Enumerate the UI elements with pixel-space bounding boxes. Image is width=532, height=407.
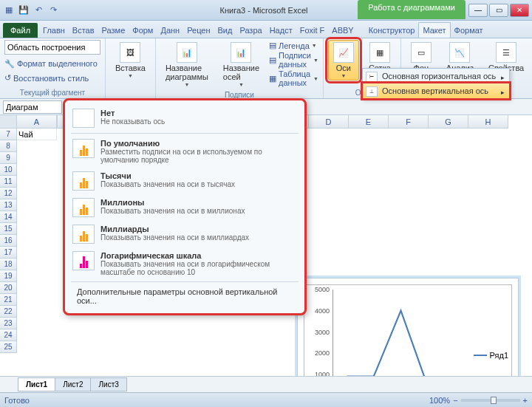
analysis-icon: 📉	[449, 42, 470, 63]
tab-layout[interactable]: Макет	[418, 22, 450, 38]
opt-log[interactable]: Логарифмическая шкалаПоказывать значения…	[65, 247, 304, 280]
col-header[interactable]: A	[17, 115, 57, 129]
file-tab[interactable]: Файл	[3, 23, 38, 38]
h-axis-icon: ⊢	[366, 72, 378, 82]
axis-titles-button[interactable]: 📊Название осей▼	[218, 40, 265, 89]
maximize-button[interactable]: ▭	[489, 4, 508, 17]
tab-review[interactable]: Рецен	[183, 23, 214, 38]
row-header[interactable]: 11	[0, 176, 17, 188]
billions-icon	[72, 225, 95, 244]
select-all-corner[interactable]	[0, 115, 17, 129]
reset-style-button[interactable]: ↺ Восстановить стиль	[4, 73, 100, 83]
row-header[interactable]: 20	[0, 282, 17, 294]
tab-abbyy[interactable]: ABBY	[328, 23, 357, 38]
ribbon-tabs: Файл Главн Встав Разме Форм Данн Рецен В…	[0, 21, 532, 38]
row-header[interactable]: 9	[0, 152, 17, 164]
menu-horizontal-axis[interactable]: ⊢Основная горизонтальная ось▸	[363, 69, 509, 83]
tab-pagelayout[interactable]: Разме	[98, 23, 129, 38]
opt-more-options[interactable]: Дополнительные параметры основной вертик…	[65, 284, 304, 309]
sheet-tab[interactable]: Лист1	[18, 377, 55, 391]
row-header[interactable]: 25	[0, 341, 17, 353]
opt-millions[interactable]: МиллионыПоказывать значения на оси в мил…	[65, 194, 304, 221]
chart-title-icon: 📊	[177, 42, 197, 63]
data-table-button[interactable]: ▦ Таблица данных ▼	[269, 69, 318, 87]
default-icon	[72, 139, 95, 158]
grid-icon: ▦	[369, 42, 390, 63]
tab-home[interactable]: Главн	[39, 23, 69, 38]
close-button[interactable]: ✕	[510, 4, 529, 17]
log-icon	[72, 251, 95, 270]
tab-design[interactable]: Конструктор	[365, 23, 419, 38]
millions-icon	[72, 198, 95, 217]
tab-view[interactable]: Вид	[214, 23, 236, 38]
row-header[interactable]: 23	[0, 318, 17, 329]
v-axis-icon: ⊥	[366, 86, 378, 97]
group-current-fragment: Текущий фрагмент	[4, 89, 100, 97]
row-header[interactable]: 21	[0, 294, 17, 306]
tab-format[interactable]: Формат	[451, 23, 487, 38]
minimize-button[interactable]: —	[468, 4, 488, 17]
opt-none[interactable]: НетНе показывать ось	[65, 105, 304, 131]
row-header[interactable]: 15	[0, 223, 17, 235]
col-header[interactable]: G	[429, 115, 468, 129]
name-box[interactable]: Диаграм	[3, 100, 62, 114]
tab-insert[interactable]: Встав	[69, 23, 98, 38]
legend-button[interactable]: ▤ Легенда ▼	[269, 41, 318, 50]
undo-icon[interactable]: ↶	[33, 4, 44, 16]
row-header[interactable]: 16	[0, 235, 17, 247]
axes-button[interactable]: 📈Оси▼	[328, 40, 359, 81]
row-header[interactable]: 7	[0, 129, 17, 140]
thousands-icon	[72, 171, 95, 191]
data-labels-button[interactable]: ▤ Подписи данных ▼	[269, 51, 318, 69]
row-header[interactable]: 14	[0, 211, 17, 223]
save-icon[interactable]: 💾	[18, 4, 30, 16]
tab-foxit[interactable]: Foxit F	[296, 23, 329, 38]
row-header[interactable]: 19	[0, 270, 17, 282]
row-header[interactable]: 8	[0, 140, 17, 152]
zoom-out-button[interactable]: −	[453, 396, 457, 405]
sheet-tabs: Лист1 Лист2 Лист3	[0, 376, 532, 392]
redo-icon[interactable]: ↷	[47, 4, 59, 16]
legend-line-icon	[474, 355, 487, 356]
title-bar: ▦ 💾 ↶ ↷ Книга3 - Microsoft Excel Работа …	[0, 0, 532, 21]
context-tab-label: Работа с диаграммами	[358, 0, 466, 19]
row-header[interactable]: 13	[0, 199, 17, 211]
insert-button[interactable]: 🖼Вставка▼	[110, 40, 151, 81]
tab-formulas[interactable]: Форм	[129, 23, 157, 38]
status-bar: Готово 100% − +	[0, 392, 532, 407]
axes-dropdown-menu: ⊢Основная горизонтальная ось▸ ⊥Основная …	[362, 68, 510, 99]
row-header[interactable]: 17	[0, 247, 17, 259]
row-header[interactable]: 18	[0, 259, 17, 270]
zoom-slider[interactable]	[461, 399, 520, 402]
sheet-tab[interactable]: Лист2	[55, 377, 91, 391]
opt-billions[interactable]: МиллиардыПоказывать значения на оси в ми…	[65, 221, 304, 247]
background-icon: ▭	[411, 42, 432, 63]
col-header[interactable]: D	[309, 115, 349, 129]
picture-icon: 🖼	[120, 42, 140, 63]
col-header[interactable]: F	[389, 115, 429, 129]
none-icon	[72, 109, 95, 128]
axis-title-icon: 📊	[231, 42, 251, 63]
vertical-axis-submenu: НетНе показывать ось По умолчаниюРазмест…	[63, 98, 307, 315]
row-header[interactable]: 22	[0, 306, 17, 318]
menu-vertical-axis[interactable]: ⊥Основная вертикальная ось▸	[362, 83, 510, 99]
sheet-tab[interactable]: Лист3	[90, 377, 126, 391]
row-header[interactable]: 12	[0, 188, 17, 199]
format-selection-button[interactable]: 🔧 Формат выделенного	[4, 59, 100, 69]
row-header[interactable]: 10	[0, 164, 17, 176]
opt-default[interactable]: По умолчаниюРазместить подписи на оси в …	[65, 135, 304, 168]
row-header[interactable]: 24	[0, 329, 17, 341]
tab-developer[interactable]: Разра	[236, 23, 265, 38]
chart-title-button[interactable]: 📊Название диаграммы▼	[160, 40, 214, 89]
col-header[interactable]: E	[349, 115, 389, 129]
chart-legend[interactable]: Ряд1	[474, 351, 508, 360]
tab-data[interactable]: Данн	[157, 23, 183, 38]
zoom-in-button[interactable]: +	[523, 396, 528, 405]
col-header[interactable]: H	[468, 115, 508, 129]
chart-element-selector[interactable]: Область построения	[4, 40, 100, 55]
tab-addins[interactable]: Надст	[266, 23, 296, 38]
excel-icon: ▦	[3, 4, 15, 16]
opt-thousands[interactable]: ТысячиПоказывать значения на оси в тысяч…	[65, 168, 304, 194]
cell[interactable]: Чай	[17, 129, 57, 140]
axes-icon: 📈	[333, 42, 354, 63]
